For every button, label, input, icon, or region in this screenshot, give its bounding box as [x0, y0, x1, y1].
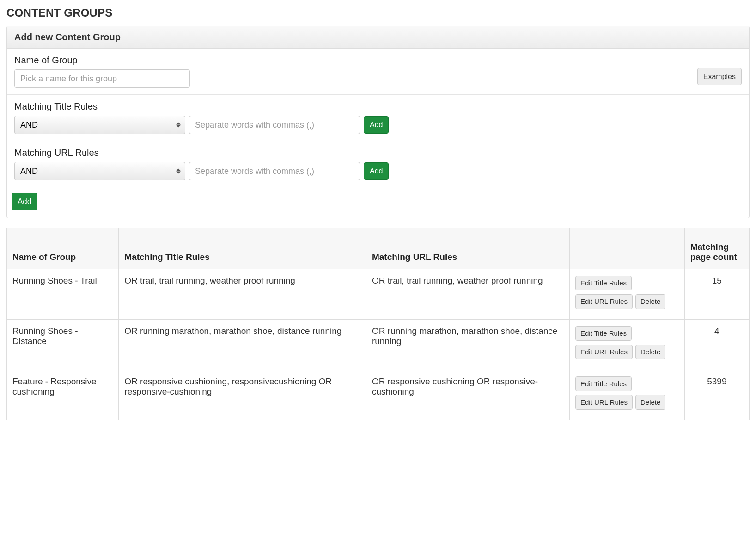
col-name: Name of Group	[7, 228, 119, 269]
cell-actions: Edit Title RulesEdit URL RulesDelete	[569, 269, 684, 320]
cell-url-rules: OR responsive cushioning OR responsive-c…	[366, 370, 569, 420]
cell-title-rules: OR trail, trail running, weather proof r…	[119, 269, 366, 320]
name-section: Name of Group Examples	[7, 49, 749, 95]
delete-button[interactable]: Delete	[635, 294, 665, 309]
cell-title-rules: OR running marathon, marathon shoe, dist…	[119, 320, 366, 370]
page-title: CONTENT GROUPS	[6, 6, 750, 19]
add-footer: Add	[7, 187, 749, 218]
add-group-panel: Add new Content Group Name of Group Exam…	[6, 26, 750, 218]
edit-url-rules-button[interactable]: Edit URL Rules	[575, 395, 633, 410]
cell-count: 5399	[684, 370, 749, 420]
edit-url-rules-button[interactable]: Edit URL Rules	[575, 345, 633, 359]
cell-name: Running Shoes - Trail	[7, 269, 119, 320]
edit-title-rules-button[interactable]: Edit Title Rules	[575, 376, 632, 391]
table-header-row: Name of Group Matching Title Rules Match…	[7, 228, 750, 269]
add-title-rule-button[interactable]: Add	[364, 116, 389, 133]
col-count: Matching page count	[684, 228, 749, 269]
url-rules-label: Matching URL Rules	[14, 148, 742, 158]
name-label: Name of Group	[14, 55, 692, 66]
cell-actions: Edit Title RulesEdit URL RulesDelete	[569, 370, 684, 420]
url-operator-select[interactable]: AND	[14, 162, 185, 180]
cell-url-rules: OR running marathon, marathon shoe, dist…	[366, 320, 569, 370]
cell-actions: Edit Title RulesEdit URL RulesDelete	[569, 320, 684, 370]
cell-count: 15	[684, 269, 749, 320]
url-rules-section: Matching URL Rules AND Add	[7, 141, 749, 187]
cell-name: Feature - Responsive cushioning	[7, 370, 119, 420]
cell-title-rules: OR responsive cushioning, responsivecush…	[119, 370, 366, 420]
col-actions	[569, 228, 684, 269]
group-name-input[interactable]	[14, 69, 190, 88]
title-rules-label: Matching Title Rules	[14, 101, 742, 112]
col-url: Matching URL Rules	[366, 228, 569, 269]
cell-name: Running Shoes - Distance	[7, 320, 119, 370]
title-words-input[interactable]	[189, 116, 360, 134]
panel-header: Add new Content Group	[7, 26, 749, 49]
examples-button[interactable]: Examples	[697, 68, 742, 85]
cell-count: 4	[684, 320, 749, 370]
delete-button[interactable]: Delete	[635, 345, 665, 359]
table-row: Running Shoes - TrailOR trail, trail run…	[7, 269, 750, 320]
table-row: Running Shoes - DistanceOR running marat…	[7, 320, 750, 370]
table-row: Feature - Responsive cushioningOR respon…	[7, 370, 750, 420]
url-words-input[interactable]	[189, 162, 360, 180]
delete-button[interactable]: Delete	[635, 395, 665, 410]
cell-url-rules: OR trail, trail running, weather proof r…	[366, 269, 569, 320]
edit-title-rules-button[interactable]: Edit Title Rules	[575, 326, 632, 341]
title-operator-select[interactable]: AND	[14, 116, 185, 134]
edit-title-rules-button[interactable]: Edit Title Rules	[575, 276, 632, 290]
title-rules-section: Matching Title Rules AND Add	[7, 95, 749, 141]
col-title: Matching Title Rules	[119, 228, 366, 269]
add-url-rule-button[interactable]: Add	[364, 162, 389, 179]
edit-url-rules-button[interactable]: Edit URL Rules	[575, 294, 633, 309]
add-group-button[interactable]: Add	[12, 193, 37, 210]
groups-table: Name of Group Matching Title Rules Match…	[6, 228, 750, 420]
